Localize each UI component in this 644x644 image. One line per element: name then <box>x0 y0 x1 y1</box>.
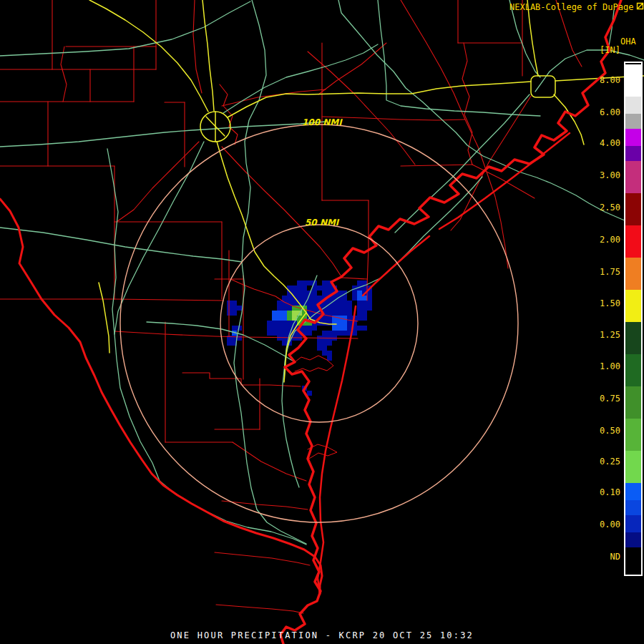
scale-label: 2.00 <box>600 235 620 245</box>
county-line <box>222 147 342 278</box>
precip-cell <box>352 296 357 301</box>
precip-cell <box>362 311 367 316</box>
precip-cell <box>287 296 292 301</box>
precip-cell <box>332 306 337 311</box>
county-line <box>215 552 310 565</box>
precip-cell <box>357 306 362 311</box>
rio-grande-river <box>0 199 322 594</box>
precip-cell <box>292 301 297 306</box>
scale-label: 3.00 <box>600 170 620 180</box>
precip-cell <box>357 280 362 286</box>
houston-loop <box>531 76 555 97</box>
precip-cell <box>327 351 332 356</box>
precip-cell <box>232 306 237 311</box>
scale-label: 0.25 <box>600 457 620 467</box>
precip-cell <box>277 326 282 331</box>
precip-cell <box>297 296 302 301</box>
county-line <box>117 142 199 222</box>
precip-cell <box>322 286 327 291</box>
precip-cell <box>277 321 282 326</box>
precip-cell <box>337 301 342 306</box>
precip-cell <box>232 336 237 341</box>
precip-cell <box>237 306 242 311</box>
product-caption: ONE HOUR PRECIPITATION - KCRP 20 OCT 25 … <box>0 630 644 640</box>
precip-cell <box>332 321 337 326</box>
precip-cell <box>307 280 312 286</box>
precip-cell <box>272 331 277 336</box>
scale-segment <box>625 547 641 573</box>
precip-cell <box>322 346 327 351</box>
precip-cell <box>232 326 237 331</box>
precip-cell <box>282 336 287 341</box>
precip-cell <box>307 326 312 331</box>
scale-segment <box>625 322 641 354</box>
scale-label: 4.00 <box>600 138 620 148</box>
precip-cell <box>287 316 292 321</box>
county-line <box>114 299 223 301</box>
green-highway <box>0 122 326 147</box>
precip-cell <box>332 326 337 331</box>
precip-cell <box>297 280 302 286</box>
green-highway <box>338 0 640 227</box>
green-highway <box>114 142 204 334</box>
precip-cell <box>342 326 347 331</box>
scale-label: 1.00 <box>600 361 620 371</box>
scale-segment <box>625 386 641 419</box>
precip-cell <box>267 321 272 326</box>
county-line <box>193 0 202 93</box>
precip-cell <box>322 351 327 356</box>
scale-segment <box>625 97 641 114</box>
precip-cell <box>307 391 312 396</box>
precip-cell <box>357 326 362 331</box>
scale-label: 0.00 <box>600 519 620 530</box>
precip-cell <box>342 306 347 311</box>
scale-label: 8.00 <box>600 75 620 85</box>
yellow-roads-layer <box>89 0 644 382</box>
county-line <box>220 84 238 145</box>
county-line <box>222 501 308 509</box>
precip-cell <box>312 301 317 306</box>
precip-cell <box>302 296 307 301</box>
precip-cell <box>297 286 302 291</box>
range-ring-label-100nmi: 100 NMI <box>302 117 342 127</box>
radar-screen: NEXLAB-College of DuPage OHA [IN] 100 NM… <box>0 0 644 644</box>
scale-segment <box>625 515 641 532</box>
precip-cell <box>272 321 277 326</box>
scale-label: 6.00 <box>600 107 620 117</box>
precip-cell <box>347 306 352 311</box>
scale-label: 1.75 <box>600 267 620 277</box>
yellow-highway <box>203 0 214 111</box>
precip-cell <box>327 331 332 336</box>
precip-cell <box>362 301 367 306</box>
range-ring-label-50nmi: 50 NMI <box>305 218 338 228</box>
precip-cell <box>227 341 232 346</box>
scale-segment <box>625 129 641 146</box>
precip-cell <box>277 311 282 316</box>
precip-cell <box>362 326 367 331</box>
precip-cell <box>322 280 327 286</box>
precip-cell <box>297 291 302 296</box>
precip-cell <box>357 311 362 316</box>
precip-cell <box>292 286 297 291</box>
precip-cell <box>282 321 287 326</box>
precip-cell <box>322 291 327 296</box>
precip-cell <box>302 291 307 296</box>
precip-cell <box>312 296 317 301</box>
precip-cell <box>307 306 312 311</box>
precip-cell <box>277 336 282 341</box>
precip-cell <box>327 341 332 346</box>
scale-label: 0.50 <box>600 426 620 436</box>
precip-cell <box>322 331 327 336</box>
precip-cell <box>367 301 372 306</box>
scale-label: 1.25 <box>600 330 620 340</box>
precip-cell <box>272 316 277 321</box>
precip-cell <box>347 311 352 316</box>
precip-color-scale <box>624 62 643 576</box>
precip-cell <box>267 331 272 336</box>
scale-segment <box>625 290 641 322</box>
precip-cell <box>357 296 362 301</box>
precip-cell <box>282 296 287 301</box>
yellow-highway <box>89 0 208 112</box>
precip-cell <box>232 301 237 306</box>
precip-cell <box>342 301 347 306</box>
